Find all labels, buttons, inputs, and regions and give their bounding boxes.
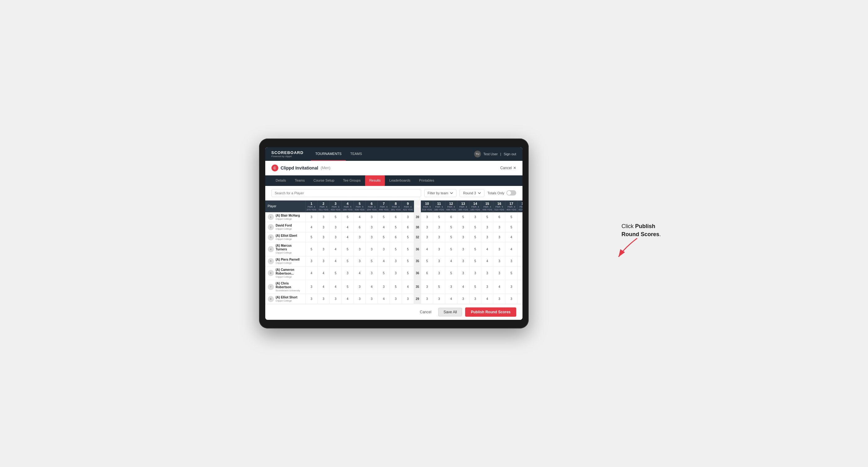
hole-13-score[interactable]: 3 bbox=[457, 222, 469, 232]
hole-15-score[interactable]: 5 bbox=[481, 212, 493, 222]
round-filter-dropdown[interactable]: Round 3 bbox=[460, 189, 484, 197]
hole-2-score[interactable]: 4 bbox=[317, 280, 330, 294]
hole-4-score[interactable]: 5 bbox=[341, 280, 353, 294]
hole-6-score[interactable]: 3 bbox=[366, 294, 378, 304]
hole-8-score[interactable]: 5 bbox=[390, 280, 402, 294]
hole-8-score[interactable]: 3 bbox=[390, 294, 402, 304]
hole-8-score[interactable]: 3 bbox=[390, 266, 402, 280]
hole-11-score[interactable]: 3 bbox=[433, 232, 445, 242]
hole-4-score[interactable]: 3 bbox=[341, 266, 353, 280]
hole-18-score[interactable]: 3 bbox=[518, 294, 523, 304]
hole-7-score[interactable]: 5 bbox=[378, 212, 390, 222]
hole-4-score[interactable]: 5 bbox=[341, 212, 353, 222]
hole-1-score[interactable]: 3 bbox=[306, 294, 318, 304]
hole-2-score[interactable]: 3 bbox=[317, 256, 330, 267]
hole-16-score[interactable]: 4 bbox=[493, 280, 505, 294]
tab-teams[interactable]: Teams bbox=[290, 176, 309, 186]
sign-out-link[interactable]: Sign out bbox=[503, 152, 516, 156]
hole-2-score[interactable]: 3 bbox=[317, 232, 330, 242]
hole-6-score[interactable]: 3 bbox=[366, 266, 378, 280]
hole-14-score[interactable]: 3 bbox=[469, 212, 481, 222]
hole-13-score[interactable]: 3 bbox=[457, 242, 469, 256]
hole-18-score[interactable]: 3 bbox=[518, 266, 523, 280]
hole-14-score[interactable]: 5 bbox=[469, 222, 481, 232]
hole-13-score[interactable]: 3 bbox=[457, 266, 469, 280]
hole-11-score[interactable]: 3 bbox=[433, 294, 445, 304]
hole-7-score[interactable]: 5 bbox=[378, 266, 390, 280]
hole-17-score[interactable]: 3 bbox=[505, 256, 518, 267]
hole-10-score[interactable]: 5 bbox=[421, 256, 433, 267]
hole-7-score[interactable]: 3 bbox=[378, 242, 390, 256]
hole-15-score[interactable]: 3 bbox=[481, 222, 493, 232]
hole-15-score[interactable]: 3 bbox=[481, 266, 493, 280]
tab-leaderboards[interactable]: Leaderboards bbox=[385, 176, 415, 186]
hole-8-score[interactable]: 5 bbox=[390, 222, 402, 232]
hole-10-score[interactable]: 3 bbox=[421, 212, 433, 222]
hole-14-score[interactable]: 3 bbox=[469, 266, 481, 280]
hole-7-score[interactable]: 4 bbox=[378, 222, 390, 232]
hole-17-score[interactable]: 3 bbox=[505, 294, 518, 304]
hole-16-score[interactable]: 3 bbox=[493, 256, 505, 267]
hole-11-score[interactable]: 3 bbox=[433, 222, 445, 232]
hole-10-score[interactable]: 3 bbox=[421, 294, 433, 304]
hole-3-score[interactable]: 3 bbox=[330, 232, 341, 242]
hole-13-score[interactable]: 4 bbox=[457, 280, 469, 294]
hole-4-score[interactable]: 5 bbox=[341, 256, 353, 267]
hole-9-score[interactable]: 6 bbox=[402, 222, 414, 232]
hole-15-score[interactable]: 3 bbox=[481, 280, 493, 294]
hole-8-score[interactable]: 5 bbox=[390, 242, 402, 256]
hole-10-score[interactable]: 3 bbox=[421, 280, 433, 294]
hole-11-score[interactable]: 5 bbox=[433, 212, 445, 222]
hole-5-score[interactable]: 3 bbox=[353, 280, 366, 294]
hole-14-score[interactable]: 3 bbox=[469, 294, 481, 304]
hole-5-score[interactable]: 3 bbox=[353, 294, 366, 304]
hole-7-score[interactable]: 4 bbox=[378, 294, 390, 304]
hole-4-score[interactable]: 4 bbox=[341, 232, 353, 242]
hole-3-score[interactable]: 4 bbox=[330, 242, 341, 256]
tournament-cancel-button[interactable]: Cancel ✕ bbox=[500, 166, 516, 170]
hole-6-score[interactable]: 5 bbox=[366, 256, 378, 267]
hole-8-score[interactable]: 6 bbox=[390, 212, 402, 222]
hole-16-score[interactable]: 3 bbox=[493, 242, 505, 256]
hole-9-score[interactable]: 5 bbox=[402, 232, 414, 242]
hole-1-score[interactable]: 5 bbox=[306, 232, 318, 242]
hole-12-score[interactable]: 5 bbox=[445, 242, 457, 256]
hole-16-score[interactable]: 3 bbox=[493, 266, 505, 280]
tab-results[interactable]: Results bbox=[365, 176, 385, 186]
hole-17-score[interactable]: 5 bbox=[505, 212, 518, 222]
totals-toggle-switch[interactable] bbox=[506, 190, 516, 195]
hole-1-score[interactable]: 5 bbox=[306, 242, 318, 256]
hole-2-score[interactable]: 4 bbox=[317, 266, 330, 280]
hole-5-score[interactable]: 4 bbox=[353, 266, 366, 280]
hole-1-score[interactable]: 4 bbox=[306, 222, 318, 232]
hole-14-score[interactable]: 5 bbox=[469, 280, 481, 294]
hole-3-score[interactable]: 4 bbox=[330, 256, 341, 267]
hole-13-score[interactable]: 3 bbox=[457, 294, 469, 304]
hole-16-score[interactable]: 6 bbox=[493, 212, 505, 222]
hole-4-score[interactable]: 4 bbox=[341, 294, 353, 304]
hole-14-score[interactable]: 5 bbox=[469, 256, 481, 267]
hole-11-score[interactable]: 5 bbox=[433, 280, 445, 294]
hole-17-score[interactable]: 3 bbox=[505, 280, 518, 294]
hole-7-score[interactable]: 5 bbox=[378, 232, 390, 242]
tab-tee-groups[interactable]: Tee Groups bbox=[339, 176, 365, 186]
tab-course-setup[interactable]: Course Setup bbox=[309, 176, 339, 186]
team-filter-dropdown[interactable]: Filter by team bbox=[424, 189, 457, 197]
hole-17-score[interactable]: 5 bbox=[505, 222, 518, 232]
hole-9-score[interactable]: 3 bbox=[402, 212, 414, 222]
hole-12-score[interactable]: 4 bbox=[445, 256, 457, 267]
hole-12-score[interactable]: 5 bbox=[445, 222, 457, 232]
hole-18-score[interactable]: 3 bbox=[518, 280, 523, 294]
hole-5-score[interactable]: 3 bbox=[353, 232, 366, 242]
hole-14-score[interactable]: 5 bbox=[469, 242, 481, 256]
hole-16-score[interactable]: 3 bbox=[493, 222, 505, 232]
hole-7-score[interactable]: 4 bbox=[378, 256, 390, 267]
hole-8-score[interactable]: 6 bbox=[390, 232, 402, 242]
hole-5-score[interactable]: 3 bbox=[353, 242, 366, 256]
tab-details[interactable]: Details bbox=[272, 176, 291, 186]
hole-12-score[interactable]: 4 bbox=[445, 294, 457, 304]
hole-18-score[interactable]: 5 bbox=[518, 256, 523, 267]
hole-11-score[interactable]: 3 bbox=[433, 266, 445, 280]
hole-18-score[interactable]: 6 bbox=[518, 232, 523, 242]
save-all-button[interactable]: Save All bbox=[438, 308, 462, 316]
